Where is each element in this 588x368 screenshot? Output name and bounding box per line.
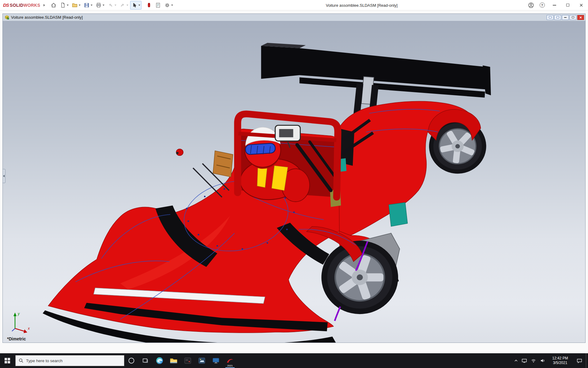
radiator-panel	[213, 151, 233, 177]
edge-icon	[156, 357, 164, 365]
dassault-ds-icon: DS	[3, 2, 9, 8]
open-button[interactable]	[70, 1, 82, 10]
app-icon-media[interactable]	[181, 353, 195, 368]
new-document-button[interactable]	[58, 1, 70, 10]
car-3d-model[interactable]	[3, 21, 585, 343]
monitor-icon	[522, 358, 527, 363]
minimize-icon	[553, 5, 556, 6]
display-app-icon	[212, 357, 220, 365]
redo-button[interactable]	[118, 1, 130, 10]
brand-works: WORKS	[23, 3, 40, 8]
y-axis-arrow	[13, 312, 17, 316]
new-window-icon	[556, 16, 559, 18]
file-properties-button[interactable]	[154, 1, 162, 10]
dropdown-caret-icon[interactable]	[67, 5, 69, 6]
app-icon-edge[interactable]	[153, 353, 167, 368]
doc-pane-layout-button[interactable]	[547, 15, 553, 20]
new-document-icon	[60, 2, 66, 8]
dropdown-caret-icon[interactable]	[126, 5, 128, 6]
show-desktop-button[interactable]	[586, 353, 588, 368]
document-titlebar[interactable]: Voiture assomblee.SLDASM [Read-only]	[3, 14, 585, 21]
dropdown-caret-icon[interactable]	[103, 5, 104, 6]
redo-icon	[119, 2, 126, 8]
taskbar: 2021 12:42 PM	[0, 353, 588, 368]
app-icon-solidworks[interactable]: 2021	[223, 353, 237, 368]
app-title: Voiture assomblee.SLDASM [Read-only]	[326, 3, 398, 7]
doc-close-icon	[579, 16, 582, 19]
maximize-icon	[566, 4, 569, 6]
document-title: Voiture assomblee.SLDASM [Read-only]	[11, 15, 83, 20]
viewer-app-icon	[198, 357, 206, 365]
tray-monitor-button[interactable]	[520, 353, 529, 368]
print-icon	[96, 2, 102, 8]
solidworks-version-badge: 2021	[223, 365, 237, 367]
start-button[interactable]	[0, 353, 15, 368]
file-explorer-icon	[170, 357, 178, 365]
cortana-icon	[128, 357, 135, 364]
quick-access-toolbar	[49, 1, 174, 10]
assembly-document-icon	[5, 15, 9, 20]
doc-restore-icon	[572, 16, 574, 18]
home-button[interactable]	[49, 1, 58, 10]
windows-logo-icon	[5, 358, 10, 363]
taskbar-clock[interactable]: 12:42 PM 3/5/2021	[547, 353, 573, 368]
help-icon: ?	[540, 2, 545, 8]
dropdown-caret-icon[interactable]	[79, 5, 81, 6]
print-button[interactable]	[94, 1, 106, 10]
orientation-triad: y x	[8, 309, 33, 335]
notification-center-button[interactable]	[573, 353, 586, 368]
doc-restore-button[interactable]	[570, 15, 576, 20]
gear-icon	[164, 2, 170, 8]
select-tool-button[interactable]	[130, 1, 141, 10]
app-icon-viewer[interactable]	[195, 353, 209, 368]
screen: DS SOLIDWORKS	[0, 0, 588, 368]
wifi-icon	[531, 358, 536, 363]
help-button[interactable]: ?	[537, 0, 548, 10]
open-folder-icon	[72, 2, 78, 8]
dropdown-caret-icon[interactable]	[171, 5, 173, 6]
doc-close-button[interactable]	[577, 15, 584, 20]
tray-network-button[interactable]	[529, 353, 538, 368]
app-titlebar: DS SOLIDWORKS	[0, 0, 588, 10]
chevron-left-icon	[3, 175, 5, 177]
close-button[interactable]	[575, 0, 588, 10]
viewport-3d[interactable]: y x *Dimetric	[3, 21, 585, 343]
tray-volume-button[interactable]	[538, 353, 547, 368]
dropdown-caret-icon[interactable]	[91, 5, 92, 6]
app-icon-file-explorer[interactable]	[167, 353, 181, 368]
save-button[interactable]	[82, 1, 94, 10]
home-icon	[51, 2, 57, 8]
titlebar-controls: ?	[526, 0, 588, 10]
dropdown-caret-icon[interactable]	[115, 5, 116, 6]
cortana-button[interactable]	[124, 353, 138, 368]
options-button[interactable]	[163, 1, 174, 10]
featuremanager-collapse-tab[interactable]	[3, 169, 6, 183]
account-button[interactable]	[526, 0, 537, 10]
mouse-gestures-button[interactable]	[145, 1, 153, 10]
maximize-button[interactable]	[561, 0, 575, 10]
y-axis-label: y	[17, 312, 20, 316]
solidworks-logo[interactable]: DS SOLIDWORKS	[3, 2, 45, 8]
task-view-button[interactable]	[138, 353, 153, 368]
properties-document-icon	[155, 2, 161, 8]
task-view-icon	[142, 357, 149, 364]
app-icon-display[interactable]	[209, 353, 223, 368]
sidepod-vent	[389, 202, 407, 226]
undo-button[interactable]	[106, 1, 118, 10]
dropdown-caret-icon[interactable]	[138, 5, 140, 6]
search-icon	[19, 358, 24, 363]
chevron-up-icon	[514, 359, 518, 362]
minimize-button[interactable]	[548, 0, 561, 10]
notification-icon	[577, 358, 582, 363]
document-window: Voiture assomblee.SLDASM [Read-only]	[2, 13, 586, 343]
media-app-icon	[184, 357, 192, 365]
brand-expand-icon[interactable]	[43, 4, 45, 6]
doc-minimize-icon	[564, 17, 567, 18]
doc-minimize-button[interactable]	[562, 15, 569, 20]
tray-expand-button[interactable]	[512, 353, 520, 368]
search-input[interactable]	[26, 358, 121, 363]
view-orientation-label: *Dimetric	[7, 336, 26, 341]
clock-date: 3/5/2021	[553, 361, 567, 365]
taskbar-search[interactable]	[15, 355, 124, 366]
doc-new-window-button[interactable]	[554, 15, 561, 20]
